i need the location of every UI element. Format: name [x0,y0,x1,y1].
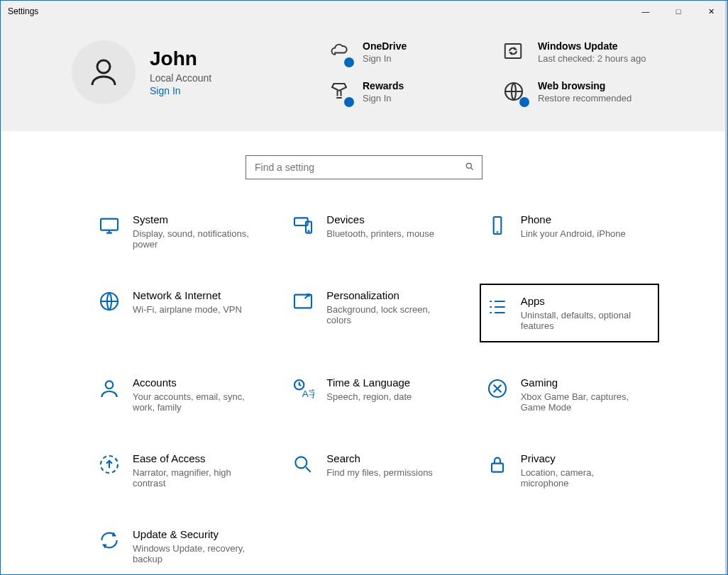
category-subtitle: Narrator, magnifier, high contrast [133,467,253,489]
devices-icon [291,213,315,238]
tile-subtitle: Sign In [363,93,404,104]
update-security-icon [97,528,121,552]
scrollbar[interactable] [725,1,727,574]
category-personalization[interactable]: Personalization Background, lock screen,… [285,284,465,342]
account-name: John [150,48,211,70]
ease-of-access-icon [97,452,121,476]
account-text: John Local Account Sign In [150,48,211,97]
privacy-icon [485,452,509,476]
minimize-button[interactable]: — [629,1,662,22]
category-gaming[interactable]: Gaming Xbox Game Bar, captures, Game Mod… [480,371,659,418]
status-dot-icon [519,97,529,107]
category-subtitle: Bluetooth, printers, mouse [326,228,434,239]
cloud-icon [327,40,353,66]
account-type: Local Account [150,72,211,84]
category-system[interactable]: System Display, sound, notifications, po… [92,208,271,255]
svg-rect-4 [101,219,118,230]
tile-onedrive[interactable]: OneDrive Sign In [327,40,481,66]
tile-web-browsing[interactable]: Web browsing Restore recommended [502,80,656,106]
avatar[interactable] [72,40,136,104]
system-icon [97,213,121,238]
tile-title: Web browsing [538,80,632,91]
globe-icon [97,289,121,313]
categories-grid: System Display, sound, notifications, po… [1,186,727,574]
category-privacy[interactable]: Privacy Location, camera, microphone [480,447,659,494]
window-title: Settings [1,6,38,16]
apps-icon [485,295,509,319]
category-time-language[interactable]: A字 Time & Language Speech, region, date [285,371,465,418]
category-title: System [133,213,253,225]
header-tiles: OneDrive Sign In Windows Update Last che… [327,40,656,106]
settings-window: Settings — □ ✕ John Local Account Sign I… [0,0,728,575]
accounts-icon [97,376,121,401]
personalization-icon [291,289,315,313]
search-section [1,131,727,186]
search-input[interactable] [253,161,465,174]
category-subtitle: Link your Android, iPhone [521,228,626,239]
category-subtitle: Xbox Game Bar, captures, Game Mode [521,391,641,413]
category-title: Devices [326,213,434,225]
svg-point-16 [296,457,307,468]
search-icon [291,452,315,476]
category-phone[interactable]: Phone Link your Android, iPhone [480,208,659,255]
category-title: Personalization [326,289,447,301]
gaming-icon [485,376,509,401]
category-subtitle: Uninstall, defaults, optional features [521,310,641,331]
account-section: John Local Account Sign In [72,40,327,104]
category-title: Update & Security [133,528,253,540]
category-title: Time & Language [326,376,412,389]
close-button[interactable]: ✕ [695,1,727,22]
category-subtitle: Display, sound, notifications, power [133,228,253,250]
tile-rewards[interactable]: Rewards Sign In [327,80,481,106]
update-icon [502,40,528,66]
search-box[interactable] [246,155,482,179]
tile-windows-update[interactable]: Windows Update Last checked: 2 hours ago [502,40,656,66]
user-icon [87,55,121,89]
category-ease-of-access[interactable]: Ease of Access Narrator, magnifier, high… [92,447,271,494]
search-icon [465,162,475,174]
category-subtitle: Speech, region, date [326,391,412,402]
svg-text:A字: A字 [302,389,314,399]
category-update-security[interactable]: Update & Security Windows Update, recove… [92,523,271,570]
category-subtitle: Your accounts, email, sync, work, family [133,391,253,413]
svg-point-0 [97,60,110,73]
category-devices[interactable]: Devices Bluetooth, printers, mouse [285,208,465,255]
category-accounts[interactable]: Accounts Your accounts, email, sync, wor… [92,371,271,418]
svg-point-7 [309,230,309,231]
account-signin-link[interactable]: Sign In [150,85,211,96]
category-title: Accounts [133,376,253,389]
svg-point-3 [466,163,471,168]
category-title: Ease of Access [133,452,253,464]
maximize-button[interactable]: □ [662,1,695,22]
tile-subtitle: Sign In [363,53,407,64]
category-title: Gaming [521,376,641,389]
phone-icon [485,213,509,238]
category-network[interactable]: Network & Internet Wi-Fi, airplane mode,… [92,284,271,342]
category-subtitle: Background, lock screen, colors [326,304,447,325]
tile-title: Windows Update [538,40,646,52]
category-title: Phone [521,213,626,225]
rewards-icon [327,80,353,106]
status-dot-icon [344,97,354,107]
svg-rect-1 [505,44,522,58]
category-subtitle: Location, camera, microphone [521,467,641,489]
tile-subtitle: Restore recommended [538,93,632,104]
category-subtitle: Windows Update, recovery, backup [133,543,253,564]
category-title: Privacy [521,452,641,464]
category-subtitle: Wi-Fi, airplane mode, VPN [133,304,242,315]
tile-subtitle: Last checked: 2 hours ago [538,53,646,64]
category-title: Search [326,452,433,464]
status-dot-icon [344,57,354,67]
category-subtitle: Find my files, permissions [326,467,433,478]
category-apps[interactable]: Apps Uninstall, defaults, optional featu… [480,284,659,342]
window-controls: — □ ✕ [629,1,727,22]
svg-point-11 [106,381,114,389]
category-title: Network & Internet [133,289,242,301]
titlebar: Settings — □ ✕ [1,1,727,22]
time-language-icon: A字 [291,376,315,401]
tile-title: OneDrive [363,40,407,52]
category-title: Apps [521,295,641,307]
tile-title: Rewards [363,80,404,91]
settings-header: John Local Account Sign In OneDrive Sign… [1,22,727,131]
category-search[interactable]: Search Find my files, permissions [285,447,465,494]
